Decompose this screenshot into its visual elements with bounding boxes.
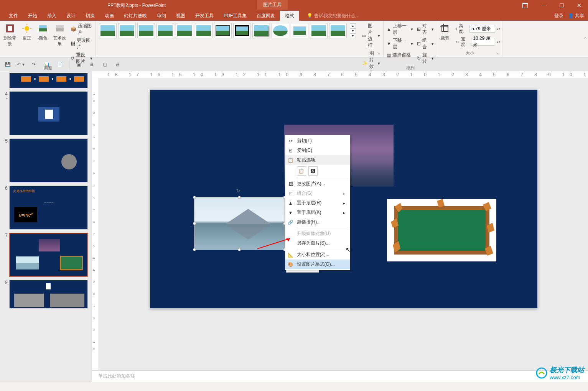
compress-picture-button[interactable]: 📦压缩图片: [69, 22, 94, 36]
ribbon-group-picture-styles: ▴ ▾ ▾ ▭图片边框 ▾ ✨图片效果 ▾ ▦图片版式 ▾ 图片样式 ↘: [96, 21, 384, 58]
maximize-button[interactable]: ☐: [553, 0, 570, 11]
tell-me-search[interactable]: 💡 告诉我您想要做什么...: [307, 13, 359, 19]
slide-thumb-6[interactable]: 6 此处添片的标题 ε=mc² — — — —: [2, 186, 90, 230]
tab-pdf-tools[interactable]: PDF工具集: [219, 11, 252, 21]
slide-thumb-4[interactable]: 4*: [2, 91, 90, 135]
image-mountain-selected[interactable]: ↻: [194, 197, 285, 250]
change-pic-icon: 🖼: [71, 41, 75, 46]
close-button[interactable]: ✕: [570, 0, 588, 11]
minimize-button[interactable]: —: [535, 0, 553, 11]
resize-handle-bc[interactable]: [238, 248, 241, 251]
height-input[interactable]: 5.79 厘米: [469, 25, 495, 33]
ctx-size-position[interactable]: 📐大小和位置(Z)...: [285, 250, 350, 260]
crop-button[interactable]: 裁剪: [437, 21, 453, 42]
width-input[interactable]: 10.29 厘米: [471, 38, 495, 46]
style-item[interactable]: [310, 23, 328, 38]
slide-thumb-3-partial[interactable]: [2, 73, 90, 88]
tab-slideshow[interactable]: 幻灯片放映: [119, 11, 152, 21]
tab-home[interactable]: 开始: [23, 11, 42, 21]
svg-rect-8: [39, 25, 47, 28]
size-launcher[interactable]: ↘: [496, 51, 501, 57]
corrections-button[interactable]: 更正: [19, 21, 35, 42]
login-button[interactable]: 登录: [554, 13, 563, 19]
ctx-change-picture[interactable]: 🖼更改图片(A)...: [285, 179, 350, 189]
resize-handle-ml[interactable]: [193, 222, 196, 225]
gallery-more[interactable]: ▾: [350, 33, 356, 38]
gallery-scroll-down[interactable]: ▾: [350, 28, 356, 33]
tab-design[interactable]: 设计: [61, 11, 81, 21]
slide-thumb-5[interactable]: 5: [2, 138, 90, 182]
tab-insert[interactable]: 插入: [42, 11, 61, 21]
group-icon: ⊡: [417, 41, 421, 46]
rotation-handle[interactable]: ↻: [236, 188, 242, 194]
rotate-button[interactable]: ↻旋转 ▾: [415, 51, 435, 65]
style-item[interactable]: [156, 23, 174, 38]
height-icon: ↕: [455, 26, 457, 31]
resize-handle-tc[interactable]: [238, 196, 241, 199]
ctx-save-as-picture[interactable]: 另存为图片(S)...: [285, 238, 350, 248]
notes-pane[interactable]: 单击此处添加备注: [92, 370, 588, 382]
bring-front-icon: ▲: [288, 200, 294, 206]
style-item[interactable]: [137, 23, 155, 38]
slide-canvas[interactable]: ↻: [150, 90, 537, 308]
paste-option-1[interactable]: 📋: [297, 166, 306, 176]
style-item[interactable]: [329, 23, 347, 38]
paste-option-2[interactable]: 🖼: [308, 166, 318, 176]
ctx-format-picture[interactable]: 🎨设置图片格式(O)...: [285, 260, 350, 269]
style-item[interactable]: [214, 23, 232, 38]
style-item[interactable]: [233, 23, 251, 38]
remove-bg-icon: [4, 22, 16, 34]
tab-view[interactable]: 视图: [171, 11, 190, 21]
context-tab-picture-tools[interactable]: 图片工具: [257, 0, 288, 10]
tab-baidu[interactable]: 百度网盘: [252, 11, 280, 21]
picture-border-button[interactable]: ▭图片边框 ▾: [361, 22, 382, 49]
style-item[interactable]: [272, 23, 289, 38]
bring-forward-button[interactable]: ▲上移一层 ▾: [385, 22, 415, 36]
style-item[interactable]: [195, 23, 212, 38]
style-item[interactable]: [176, 23, 193, 38]
ctx-hyperlink[interactable]: 🔗超链接(H)...: [285, 217, 350, 227]
ctx-cut[interactable]: ✂剪切(T): [285, 136, 350, 146]
resize-handle-tl[interactable]: [193, 196, 196, 199]
tab-review[interactable]: 审阅: [152, 11, 171, 21]
style-item[interactable]: [118, 23, 136, 38]
tab-transitions[interactable]: 切换: [81, 11, 100, 21]
style-item[interactable]: [252, 23, 270, 38]
change-picture-button[interactable]: 🖼更改图片: [69, 37, 94, 51]
picture-style-gallery[interactable]: ▴ ▾ ▾: [97, 21, 357, 40]
tab-animations[interactable]: 动画: [100, 11, 119, 21]
color-button[interactable]: 颜色: [35, 21, 51, 42]
tab-format[interactable]: 格式: [280, 11, 299, 21]
vertical-ruler[interactable]: 10 9 8 7 6 5 4 3 2 1 0 1 2 3 4 5 6 7 8 9…: [92, 78, 99, 382]
group-button[interactable]: ⊡组合 ▾: [415, 37, 435, 51]
slide-thumb-7[interactable]: 7: [2, 233, 90, 277]
canvas-area[interactable]: ↻: [99, 78, 588, 382]
style-item[interactable]: [291, 23, 308, 38]
ctx-bring-front[interactable]: ▲置于顶层(R)▸: [285, 198, 350, 208]
ctx-copy[interactable]: ⎘复制(C): [285, 146, 350, 155]
ribbon-display-options-icon[interactable]: [517, 0, 535, 11]
gallery-scroll-up[interactable]: ▴: [350, 23, 356, 28]
slide-editor: 18 17 16 15 14 13 12 11 10 9 8 7 6 5 4 3…: [92, 71, 588, 382]
slide-thumb-8[interactable]: 8: [2, 280, 90, 309]
tab-file[interactable]: 文件: [4, 11, 23, 21]
reset-picture-button[interactable]: ↺重设图片 ▾: [69, 51, 94, 65]
align-button[interactable]: ⊞对齐 ▾: [415, 22, 435, 36]
horizontal-ruler[interactable]: 18 17 16 15 14 13 12 11 10 9 8 7 6 5 4 3…: [92, 71, 588, 78]
resize-handle-bl[interactable]: [193, 248, 196, 251]
reset-icon: ↺: [71, 56, 74, 61]
document-title: PPT教程2.pptx - PowerPoint: [107, 2, 166, 9]
ribbon-tabs: 文件 开始 插入 设计 切换 动画 幻灯片放映 审阅 视图 开发工具 PDF工具…: [0, 11, 588, 21]
image-chalkboard[interactable]: [387, 199, 496, 261]
style-item[interactable]: [99, 23, 117, 38]
styles-launcher[interactable]: ↘: [377, 51, 382, 57]
send-backward-button[interactable]: ▼下移一层 ▾: [385, 37, 415, 51]
tab-developer[interactable]: 开发工具: [190, 11, 219, 21]
remove-background-button[interactable]: 删除背景: [2, 21, 18, 48]
ctx-send-back[interactable]: ▼置于底层(K)▸: [285, 208, 350, 217]
slide-thumbnails-panel[interactable]: 4* 5 6 此处添片的标题 ε=mc² — — — — 7: [0, 71, 92, 382]
selection-pane-button[interactable]: ▤选择窗格: [385, 51, 415, 59]
collapse-ribbon-button[interactable]: ^: [584, 36, 586, 41]
share-button[interactable]: 👤 共享: [568, 13, 584, 19]
artistic-effects-button[interactable]: 艺术效果: [51, 21, 68, 48]
